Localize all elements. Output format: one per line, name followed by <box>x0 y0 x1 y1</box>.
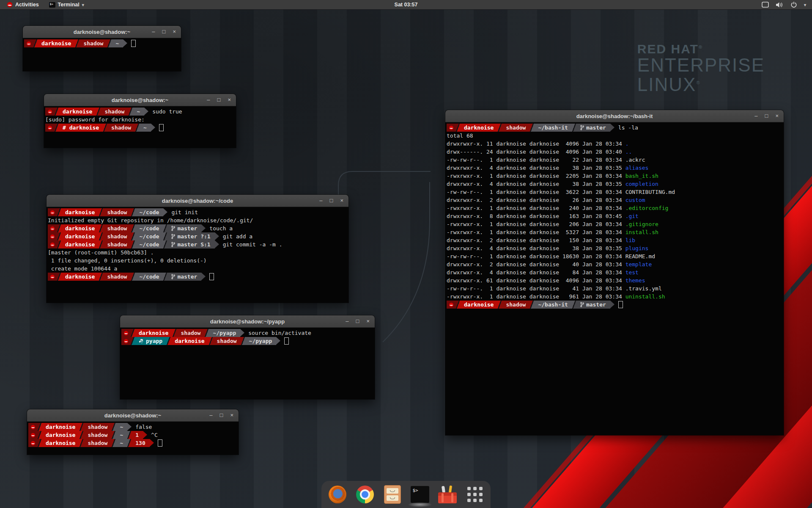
prompt-segment-user: darknoise <box>61 273 99 281</box>
minimize-button[interactable]: – <box>346 315 348 327</box>
maximize-button[interactable]: □ <box>220 409 223 421</box>
close-button[interactable]: × <box>340 195 343 207</box>
power-icon[interactable] <box>790 1 797 8</box>
terminal-icon[interactable]: $> <box>411 485 429 504</box>
powerline-arrow <box>215 240 219 248</box>
minimize-button[interactable]: – <box>319 195 322 207</box>
maximize-button[interactable]: □ <box>162 26 166 38</box>
prompt-segment-path: ~ <box>115 431 127 439</box>
powerline-separator <box>57 273 61 281</box>
maximize-button[interactable]: □ <box>330 195 333 207</box>
fedora-icon <box>30 433 36 438</box>
powerline-separator <box>163 232 167 240</box>
terminal-ls-row: -rw-rw-r--. 1 darknoise darknoise 22 Jan… <box>447 156 784 164</box>
prompt-segment-venv: pyapp <box>134 337 167 345</box>
powerline-separator <box>38 423 41 431</box>
prompt-segment-user: darknoise <box>134 329 173 337</box>
close-button[interactable]: × <box>173 26 176 38</box>
terminal-content[interactable]: darknoiseshadow~sudo true[sudo] password… <box>44 106 236 147</box>
terminal-ls-row: drwxrwxr-x. 4 darknoise darknoise 38 Jan… <box>447 164 784 172</box>
terminal-ls-row: -rw-rw-r--. 1 darknoise darknoise 3622 J… <box>447 188 784 196</box>
terminal-content[interactable]: darknoiseshadow~/pyappsource bin/activat… <box>120 328 375 398</box>
terminal-command: git commit -a -m . <box>223 240 283 248</box>
terminal-content[interactable]: darknoiseshadow~ <box>23 38 181 70</box>
window-titlebar[interactable]: darknoise@shadow:~/code – □ × <box>47 195 348 207</box>
prompt-segment-git: master <box>167 224 201 232</box>
minimize-button[interactable]: – <box>754 110 757 122</box>
terminal-content[interactable]: darknoiseshadow~falsedarknoiseshadow~1^C… <box>27 422 239 454</box>
minimize-button[interactable]: – <box>209 409 212 421</box>
clock[interactable]: Sat 03:57 <box>395 2 418 8</box>
git-branch-icon <box>171 274 175 279</box>
window-titlebar[interactable]: darknoise@shadow:~/bash-it – □ × <box>445 110 784 122</box>
prompt-segment-user: darknoise <box>460 124 498 132</box>
chrome-icon[interactable] <box>356 485 374 504</box>
ls-filename: .travis.yml <box>625 285 662 292</box>
prompt-segment-path: ~/code <box>135 224 163 232</box>
powerline-separator <box>55 124 58 132</box>
prompt-segment-git: master <box>576 124 610 132</box>
prompt-segment-user: darknoise <box>58 108 96 116</box>
git-branch-icon <box>171 234 175 239</box>
terminal-prompt-line: # darknoiseshadow~ <box>45 124 236 132</box>
prompt-segment-path: ~ <box>115 439 127 447</box>
powerline-separator <box>55 108 58 116</box>
prompt-segment-user: darknoise <box>41 439 80 447</box>
powerline-separator <box>209 337 213 345</box>
powerline-separator <box>38 439 41 447</box>
redhat-fedora-icon <box>7 2 13 8</box>
window-titlebar[interactable]: darknoise@shadow:~/pyapp – □ × <box>120 315 375 328</box>
prompt-segment-host: shadow <box>107 124 135 132</box>
fedora-icon <box>449 302 454 307</box>
terminal-content[interactable]: darknoiseshadow~/bash-itmasterls -latota… <box>445 122 784 434</box>
powerline-separator <box>103 124 107 132</box>
prompt-segment-git: master S:1 <box>167 240 214 248</box>
prompt-segment-user: darknoise <box>41 423 80 431</box>
prompt-segment-icon <box>48 232 57 240</box>
prompt-segment-user: darknoise <box>61 224 99 232</box>
minimize-button[interactable]: – <box>207 94 210 106</box>
git-branch-icon <box>171 226 175 231</box>
maximize-button[interactable]: □ <box>356 315 359 327</box>
close-button[interactable]: × <box>775 110 779 122</box>
window-titlebar[interactable]: darknoise@shadow:~ – □ × <box>23 26 181 38</box>
minimize-button[interactable]: – <box>152 26 155 38</box>
prompt-segment-icon <box>24 39 33 47</box>
prompt-segment-host: shadow <box>79 39 107 47</box>
close-button[interactable]: × <box>366 315 370 327</box>
ls-filename: CONTRIBUTING.md <box>625 189 675 195</box>
fedora-icon <box>50 226 55 231</box>
ls-filename: aliases <box>625 165 649 171</box>
terminal-prompt-line: darknoiseshadow~/codegit init <box>48 208 348 216</box>
window-titlebar[interactable]: darknoise@shadow:~ – □ × <box>27 409 239 422</box>
git-branch-icon <box>580 125 584 130</box>
prompt-segment-icon <box>48 208 57 216</box>
maximize-button[interactable]: □ <box>765 110 768 122</box>
ls-filename: .git <box>625 213 639 219</box>
screen-icon[interactable] <box>762 2 769 8</box>
powerline-separator <box>107 39 111 47</box>
volume-icon[interactable] <box>776 2 784 8</box>
powerline-arrow <box>610 301 614 308</box>
powerline-separator <box>530 124 534 132</box>
app-grid-icon[interactable] <box>466 485 484 504</box>
firefox-icon[interactable] <box>328 485 347 504</box>
terminal-output-line: Initialized empty Git repository in /hom… <box>48 216 348 224</box>
prompt-segment-path: ~ <box>132 108 144 116</box>
powerline-separator <box>129 108 132 116</box>
close-button[interactable]: × <box>228 94 231 106</box>
terminal-content[interactable]: darknoiseshadow~/codegit initInitialized… <box>47 207 348 302</box>
files-icon[interactable] <box>383 485 402 504</box>
terminal-ls-row: -rwxrwxr-x. 1 darknoise darknoise 5327 J… <box>447 228 784 236</box>
powerline-separator <box>173 329 176 337</box>
activities-button[interactable]: Activities <box>3 0 42 9</box>
maximize-button[interactable]: □ <box>217 94 221 106</box>
toolbox-icon[interactable] <box>438 485 457 504</box>
ls-filename: themes <box>625 277 645 284</box>
close-button[interactable]: × <box>230 409 233 421</box>
system-menu-chevron-icon[interactable]: ▾ <box>804 3 806 7</box>
terminal-prompt-line: pyappdarknoiseshadow~/pyapp <box>121 337 375 345</box>
window-titlebar[interactable]: darknoise@shadow:~ – □ × <box>44 94 236 106</box>
app-menu-button[interactable]: $> Terminal ▾ <box>45 0 88 9</box>
terminal-app-icon: $> <box>49 2 55 8</box>
